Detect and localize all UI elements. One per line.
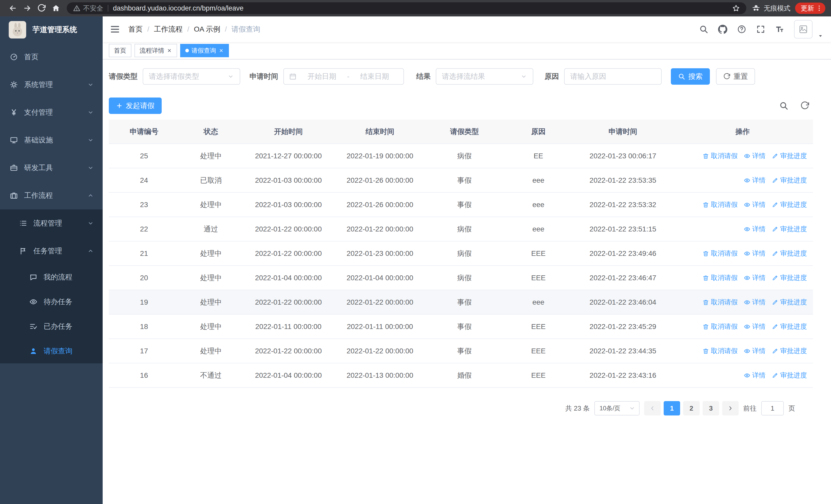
- tab-process-detail[interactable]: 流程详情: [135, 44, 177, 57]
- table-row[interactable]: 25处理中2021-12-27 00:00:002022-01-19 00:00…: [109, 144, 813, 168]
- leave-type-select[interactable]: 请选择请假类型: [143, 68, 240, 85]
- tab-home[interactable]: 首页: [109, 44, 132, 57]
- action-label: 详情: [752, 151, 766, 160]
- url-bar[interactable]: 不安全 dashboard.yudao.iocoder.cn/bpm/oa/le…: [67, 2, 746, 14]
- bookmark-star-icon[interactable]: [732, 4, 740, 12]
- cancel-action-link[interactable]: 取消请假: [703, 151, 738, 160]
- sidebar-item-process-management[interactable]: 流程管理: [0, 209, 103, 237]
- progress-action-link[interactable]: 审批进度: [772, 225, 807, 234]
- detail-action-link[interactable]: 详情: [744, 347, 766, 355]
- result-select[interactable]: 请选择流结果: [436, 68, 533, 85]
- browser-update-button[interactable]: 更新: [795, 3, 825, 14]
- header-search-icon[interactable]: [699, 25, 708, 34]
- toggle-search-icon[interactable]: [779, 101, 789, 110]
- broken-image-icon: [799, 25, 808, 34]
- sidebar-item-done-tasks[interactable]: 已办任务: [0, 314, 103, 339]
- detail-action-link[interactable]: 详情: [744, 273, 766, 282]
- detail-action-link[interactable]: 详情: [744, 249, 766, 258]
- cell-type: 事假: [426, 339, 503, 363]
- table-row[interactable]: 18处理中2022-01-11 00:00:002022-01-11 00:00…: [109, 314, 813, 339]
- progress-action-link[interactable]: 审批进度: [772, 298, 807, 307]
- detail-action-link[interactable]: 详情: [744, 151, 766, 160]
- avatar-caret-icon[interactable]: [818, 33, 823, 39]
- breadcrumb-item[interactable]: 工作流程: [154, 24, 183, 34]
- create-leave-button[interactable]: 发起请假: [109, 97, 162, 114]
- edit-icon: [772, 348, 778, 354]
- table-row[interactable]: 19处理中2022-01-22 00:00:002022-01-22 00:00…: [109, 290, 813, 314]
- table-row[interactable]: 17处理中2022-01-22 00:00:002022-01-22 00:00…: [109, 339, 813, 363]
- arrow-left-icon: [8, 4, 17, 12]
- table-row[interactable]: 20处理中2022-01-04 00:00:002022-01-04 00:00…: [109, 266, 813, 290]
- table-row[interactable]: 16不通过2022-01-04 00:00:002022-01-13 00:00…: [109, 363, 813, 387]
- github-icon[interactable]: [718, 25, 727, 34]
- action-label: 审批进度: [780, 225, 807, 234]
- progress-action-link[interactable]: 审批进度: [772, 151, 807, 160]
- detail-action-link[interactable]: 详情: [744, 298, 766, 307]
- sidebar-item-payment[interactable]: 支付管理: [0, 98, 103, 126]
- progress-action-link[interactable]: 审批进度: [772, 200, 807, 209]
- cancel-action-link[interactable]: 取消请假: [703, 200, 738, 209]
- sidebar-item-workflow[interactable]: 工作流程: [0, 182, 103, 209]
- browser-menu-icon[interactable]: [815, 5, 823, 12]
- detail-action-link[interactable]: 详情: [744, 371, 766, 380]
- page-button-1[interactable]: 1: [664, 401, 680, 415]
- browser-forward-button[interactable]: [20, 1, 34, 16]
- sidebar-item-leave-query[interactable]: 请假查询: [0, 339, 103, 363]
- edit-icon: [772, 372, 778, 379]
- progress-action-link[interactable]: 审批进度: [772, 273, 807, 282]
- cancel-action-link[interactable]: 取消请假: [703, 249, 738, 258]
- browser-reload-button[interactable]: [34, 1, 49, 16]
- detail-action-link[interactable]: 详情: [744, 176, 766, 185]
- reset-button[interactable]: 重置: [716, 68, 755, 85]
- progress-action-link[interactable]: 审批进度: [772, 371, 807, 380]
- browser-back-button[interactable]: [6, 1, 20, 16]
- table-row[interactable]: 23处理中2022-01-03 00:00:002022-01-26 00:00…: [109, 192, 813, 217]
- sidebar-item-label: 工作流程: [24, 191, 53, 200]
- table-row[interactable]: 22通过2022-01-22 00:00:002022-01-22 00:00:…: [109, 217, 813, 241]
- detail-action-link[interactable]: 详情: [744, 225, 766, 234]
- sidebar-toggle-button[interactable]: [103, 24, 127, 34]
- breadcrumb-item[interactable]: OA 示例: [194, 24, 221, 34]
- progress-action-link[interactable]: 审批进度: [772, 347, 807, 355]
- next-page-button[interactable]: [722, 401, 739, 415]
- detail-action-link[interactable]: 详情: [744, 200, 766, 209]
- cancel-action-link[interactable]: 取消请假: [703, 347, 738, 355]
- goto-page-input[interactable]: [761, 401, 784, 415]
- tab-close-icon[interactable]: [219, 48, 224, 53]
- sidebar-item-system[interactable]: 系统管理: [0, 71, 103, 98]
- sidebar-item-infrastructure[interactable]: 基础设施: [0, 126, 103, 154]
- help-icon[interactable]: [737, 25, 746, 34]
- user-avatar[interactable]: [794, 20, 812, 38]
- tab-leave-query[interactable]: 请假查询: [180, 44, 229, 57]
- apply-time-range-picker[interactable]: 开始日期 - 结束日期: [283, 68, 404, 85]
- page-button-2[interactable]: 2: [683, 401, 699, 415]
- sidebar-item-dev-tools[interactable]: 研发工具: [0, 154, 103, 182]
- sidebar-item-home[interactable]: 首页: [0, 43, 103, 71]
- fullscreen-icon[interactable]: [756, 25, 765, 34]
- refresh-table-icon[interactable]: [800, 101, 809, 110]
- font-size-icon[interactable]: [775, 25, 784, 34]
- sidebar-item-my-process[interactable]: 我的流程: [0, 265, 103, 290]
- progress-action-link[interactable]: 审批进度: [772, 249, 807, 258]
- sidebar-item-todo-tasks[interactable]: 待办任务: [0, 290, 103, 314]
- table-row[interactable]: 21处理中2022-01-22 00:00:002022-01-23 00:00…: [109, 241, 813, 266]
- page-size-select[interactable]: 10条/页: [594, 401, 639, 415]
- cancel-action-link[interactable]: 取消请假: [703, 322, 738, 331]
- breadcrumb-item[interactable]: 首页: [128, 24, 143, 34]
- reason-input[interactable]: [564, 68, 662, 85]
- tab-close-icon[interactable]: [167, 48, 172, 53]
- cancel-action-link[interactable]: 取消请假: [703, 298, 738, 307]
- breadcrumb-separator: /: [225, 25, 227, 33]
- browser-home-button[interactable]: [49, 1, 63, 16]
- prev-page-button[interactable]: [644, 401, 661, 415]
- tab-label: 首页: [114, 47, 126, 55]
- table-row[interactable]: 24已取消2022-01-03 00:00:002022-01-26 00:00…: [109, 168, 813, 192]
- sidebar-item-task-management[interactable]: 任务管理: [0, 237, 103, 265]
- search-button[interactable]: 搜索: [671, 68, 710, 85]
- progress-action-link[interactable]: 审批进度: [772, 322, 807, 331]
- cancel-action-link[interactable]: 取消请假: [703, 273, 738, 282]
- progress-action-link[interactable]: 审批进度: [772, 176, 807, 185]
- page-button-3[interactable]: 3: [703, 401, 719, 415]
- detail-action-link[interactable]: 详情: [744, 322, 766, 331]
- arrow-right-icon: [23, 4, 32, 12]
